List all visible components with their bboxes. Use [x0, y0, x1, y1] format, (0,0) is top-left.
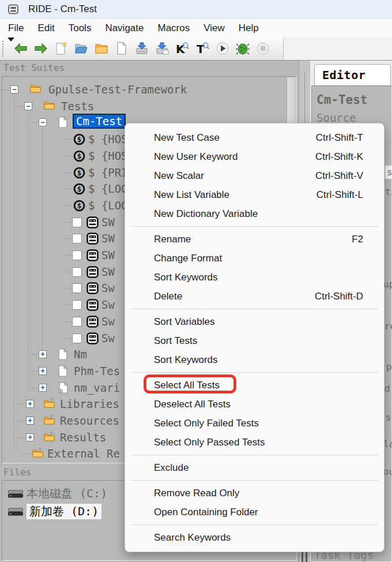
- menu-item-delete[interactable]: DeleteCtrl-Shift-D: [125, 287, 384, 306]
- menu-item-label: Search Keywords: [154, 532, 231, 543]
- tree-item-label[interactable]: Sw: [101, 315, 115, 328]
- tree-item-label[interactable]: Gpulse-Test-Framework: [48, 83, 187, 96]
- expander-plus-icon[interactable]: +: [26, 417, 34, 425]
- tree-item-label[interactable]: $ {PRI: [88, 166, 128, 179]
- test-checkbox[interactable]: [72, 218, 82, 227]
- menu-help[interactable]: Help: [232, 23, 266, 34]
- tree-item-label[interactable]: Sw: [101, 298, 115, 311]
- menu-item-new-list-variable[interactable]: New List VariableCtrl-Shift-L: [125, 185, 384, 204]
- run-button[interactable]: [214, 40, 231, 57]
- tree-item-label[interactable]: SW: [101, 249, 115, 261]
- menu-item-change-format[interactable]: Change Format: [125, 249, 384, 268]
- menu-item-sort-tests[interactable]: Sort Tests: [125, 331, 384, 350]
- tree-item-gpulse-test-framework[interactable]: −Gpulse-Test-Framework: [2, 81, 287, 98]
- menu-item-new-scalar[interactable]: New ScalarCtrl-Shift-V: [125, 166, 384, 185]
- expander-minus-icon[interactable]: −: [10, 85, 18, 93]
- tree-item-label[interactable]: $ {HOS: [88, 133, 128, 145]
- tree-item-tests[interactable]: −Tests: [2, 98, 287, 115]
- save-button[interactable]: [134, 40, 150, 57]
- expander-plus-icon[interactable]: +: [26, 400, 34, 408]
- menu-item-new-user-keyword[interactable]: New User KeywordCtrl-Shift-K: [125, 147, 384, 166]
- menu-tools[interactable]: Tools: [62, 23, 99, 34]
- tree-item-label[interactable]: SW: [101, 232, 115, 245]
- tree-item-label[interactable]: Cm-Test: [74, 115, 125, 128]
- tree-item-label[interactable]: nm_vari: [74, 381, 120, 394]
- tree-item-label[interactable]: SW: [101, 216, 115, 228]
- menu-item-exclude[interactable]: Exclude: [125, 458, 384, 477]
- file-item-label[interactable]: 新加卷 (D:): [27, 504, 101, 519]
- file-item-label[interactable]: 本地磁盘 (C:): [27, 486, 107, 501]
- test-checkbox[interactable]: [72, 283, 82, 293]
- arrow-right-button[interactable]: [33, 40, 49, 57]
- menu-item-open-containing-folder[interactable]: Open Containing Folder: [125, 503, 384, 522]
- menu-item-sort-keywords[interactable]: Sort Keywords: [125, 350, 384, 369]
- resource-folder-icon: [44, 415, 56, 425]
- stop-button[interactable]: [255, 40, 271, 57]
- tree-item-label[interactable]: External Re: [47, 447, 120, 460]
- document-button[interactable]: [114, 40, 130, 57]
- expander-plus-icon[interactable]: +: [39, 384, 47, 392]
- test-search-t-button[interactable]: T: [194, 40, 210, 57]
- new-file-star-button[interactable]: [53, 40, 69, 57]
- robot-test-icon: [86, 249, 99, 261]
- tree-item-label[interactable]: $ {LOG: [88, 182, 128, 195]
- menu-navigate[interactable]: Navigate: [98, 23, 150, 34]
- occluded-text-fragment: d: [385, 383, 390, 394]
- folder-button[interactable]: [93, 40, 110, 57]
- resource-folder-icon: [32, 448, 44, 458]
- toolbar-grip[interactable]: [2, 41, 3, 57]
- tab-editor[interactable]: Editor: [314, 64, 391, 85]
- tree-connector: [29, 371, 37, 372]
- menu-item-select-only-passed-tests[interactable]: Select Only Passed Tests: [125, 433, 384, 452]
- tree-item-label[interactable]: Phm-Tes: [74, 365, 120, 377]
- open-folder-button[interactable]: [73, 40, 89, 57]
- test-checkbox[interactable]: [72, 334, 82, 343]
- tree-item-label[interactable]: $ {LOG: [88, 199, 128, 212]
- expander-minus-icon[interactable]: −: [24, 102, 32, 110]
- occluded-text-fragment: ti: [385, 186, 392, 197]
- menu-item-label: Sort Keywords: [154, 272, 218, 283]
- menu-edit[interactable]: Edit: [31, 23, 61, 34]
- tree-item-label[interactable]: Resources: [60, 414, 119, 427]
- test-checkbox[interactable]: [72, 250, 82, 260]
- menu-item-deselect-all-tests[interactable]: Deselect All Tests: [125, 395, 384, 414]
- tree-item-label[interactable]: Sw: [101, 282, 115, 294]
- test-checkbox[interactable]: [72, 317, 82, 327]
- keyword-search-k-button[interactable]: K: [174, 40, 190, 57]
- tree-item-label[interactable]: $ {HOS: [88, 149, 128, 162]
- menu-item-new-test-case[interactable]: New Test CaseCtrl-Shift-T: [125, 128, 384, 147]
- open-folder-icon: [74, 41, 89, 56]
- menu-item-sort-variables[interactable]: Sort Variables: [125, 312, 384, 331]
- menu-macros[interactable]: Macros: [151, 23, 197, 34]
- tree-item-label[interactable]: Libraries: [60, 398, 119, 410]
- expander-plus-icon[interactable]: +: [39, 350, 47, 358]
- menu-item-label: New User Keyword: [154, 151, 238, 162]
- expander-plus-icon[interactable]: +: [26, 433, 34, 441]
- test-checkbox[interactable]: [72, 267, 82, 277]
- expander-plus-icon[interactable]: +: [39, 367, 47, 375]
- menu-file[interactable]: File: [1, 23, 31, 34]
- menu-item-select-only-failed-tests[interactable]: Select Only Failed Tests: [125, 414, 384, 433]
- menu-item-new-dictionary-variable[interactable]: New Dictionary Variable: [125, 204, 384, 223]
- menu-item-rename[interactable]: RenameF2: [125, 230, 384, 249]
- tree-item-label[interactable]: SW: [101, 265, 115, 278]
- menu-view[interactable]: View: [197, 23, 232, 34]
- test-checkbox[interactable]: [72, 300, 82, 310]
- menu-item-label: Change Format: [154, 253, 222, 264]
- arrow-left-button[interactable]: [13, 40, 29, 57]
- menu-item-label: Sort Tests: [154, 335, 197, 346]
- menu-item-sort-keywords[interactable]: Sort Keywords: [125, 268, 384, 287]
- tree-item-label[interactable]: Sw: [101, 332, 115, 344]
- tree-item-label[interactable]: Results: [60, 431, 106, 444]
- document-icon: [58, 349, 67, 360]
- menu-item-remove-read-only[interactable]: Remove Read Only: [125, 484, 384, 503]
- expander-minus-icon[interactable]: −: [39, 118, 47, 126]
- tree-item-label[interactable]: Nm: [74, 348, 87, 361]
- tree-item-label[interactable]: Tests: [61, 100, 94, 113]
- menu-item-search-keywords[interactable]: Search Keywords: [125, 528, 384, 547]
- ride-window: RIDE - Cm-Test FileEditToolsNavigateMacr…: [0, 0, 392, 562]
- menu-item-label: Rename: [154, 234, 191, 245]
- debug-bug-button[interactable]: [235, 40, 251, 57]
- save-as-button[interactable]: [154, 40, 170, 57]
- test-checkbox[interactable]: [72, 234, 82, 243]
